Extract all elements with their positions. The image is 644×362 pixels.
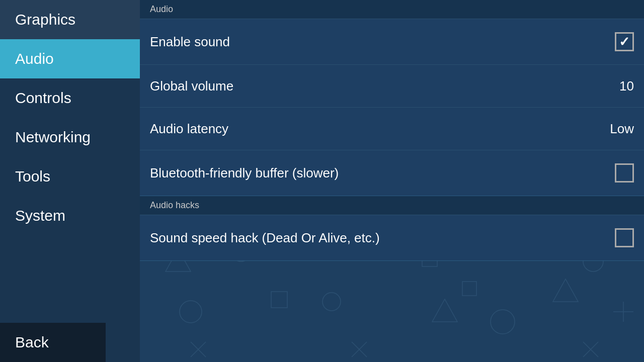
sidebar-item-networking[interactable]: Networking xyxy=(0,118,140,157)
settings-group-audio-hacks: Sound speed hack (Dead Or Alive, etc.) xyxy=(140,215,644,261)
checkbox-enable-sound[interactable] xyxy=(615,32,634,51)
sidebar-item-controls[interactable]: Controls xyxy=(0,78,140,118)
setting-label-sound-speed-hack: Sound speed hack (Dead Or Alive, etc.) xyxy=(150,230,380,246)
checkbox-bluetooth-buffer[interactable] xyxy=(615,163,634,183)
setting-value-global-volume: 10 xyxy=(619,78,634,94)
section-header-audio: Audio xyxy=(140,0,644,19)
sidebar: GraphicsAudioControlsNetworkingToolsSyst… xyxy=(0,0,140,362)
settings-group-audio: Enable soundGlobal volume10Audio latency… xyxy=(140,19,644,196)
main-content: AudioEnable soundGlobal volume10Audio la… xyxy=(140,0,644,362)
back-button[interactable]: Back xyxy=(0,323,106,362)
checkbox-sound-speed-hack[interactable] xyxy=(615,228,634,247)
svg-rect-21 xyxy=(271,292,287,308)
svg-point-13 xyxy=(323,293,341,311)
settings-content: AudioEnable soundGlobal volume10Audio la… xyxy=(140,0,644,261)
setting-value-audio-latency: Low xyxy=(610,121,634,137)
sidebar-spacer xyxy=(0,235,140,323)
svg-marker-31 xyxy=(553,279,578,302)
setting-row-enable-sound[interactable]: Enable sound xyxy=(140,19,644,65)
svg-line-45 xyxy=(583,342,598,357)
setting-label-audio-latency: Audio latency xyxy=(150,121,228,137)
setting-label-global-volume: Global volume xyxy=(150,78,233,94)
svg-line-39 xyxy=(191,342,206,357)
setting-row-bluetooth-buffer[interactable]: Bluetooth-friendly buffer (slower) xyxy=(140,150,644,196)
svg-line-41 xyxy=(352,342,367,357)
sidebar-item-tools[interactable]: Tools xyxy=(0,157,140,196)
setting-label-bluetooth-buffer: Bluetooth-friendly buffer (slower) xyxy=(150,165,339,181)
setting-row-global-volume[interactable]: Global volume10 xyxy=(140,65,644,108)
sidebar-item-graphics[interactable]: Graphics xyxy=(0,0,140,39)
setting-row-audio-latency[interactable]: Audio latencyLow xyxy=(140,108,644,150)
svg-point-12 xyxy=(180,301,202,323)
svg-line-42 xyxy=(352,342,367,357)
svg-rect-22 xyxy=(462,282,476,296)
svg-line-40 xyxy=(191,342,206,357)
setting-row-sound-speed-hack[interactable]: Sound speed hack (Dead Or Alive, etc.) xyxy=(140,215,644,260)
sidebar-item-system[interactable]: System xyxy=(0,196,140,235)
svg-marker-30 xyxy=(432,299,457,322)
svg-point-14 xyxy=(491,310,515,334)
setting-label-enable-sound: Enable sound xyxy=(150,34,230,50)
sidebar-item-audio[interactable]: Audio xyxy=(0,39,140,78)
section-header-audio-hacks: Audio hacks xyxy=(140,196,644,215)
svg-line-46 xyxy=(583,342,598,357)
